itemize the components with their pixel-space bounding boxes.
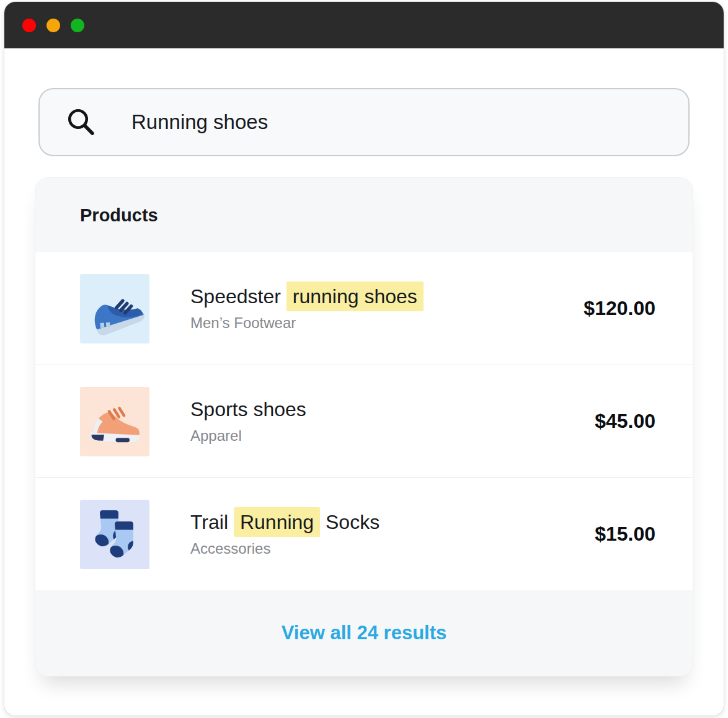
- product-title: Speedster running shoes: [190, 285, 424, 308]
- search-results-dropdown: Products Speedster running shoesMen’s Fo…: [35, 178, 693, 676]
- product-title: Trail Running Socks: [190, 511, 380, 534]
- product-row[interactable]: Sports shoesApparel$45.00: [35, 365, 693, 477]
- product-category: Apparel: [190, 427, 306, 445]
- browser-window: Products Speedster running shoesMen’s Fo…: [4, 2, 724, 716]
- product-thumbnail: [80, 387, 149, 456]
- running-shoe-icon: [85, 279, 144, 339]
- search-input[interactable]: [131, 89, 688, 155]
- search-term-highlight: Running: [234, 507, 320, 537]
- zoom-window-button[interactable]: [71, 19, 84, 32]
- search-term-highlight: running shoes: [286, 281, 424, 311]
- search-icon: [66, 107, 97, 138]
- minimize-window-button[interactable]: [47, 19, 60, 32]
- close-window-button[interactable]: [22, 19, 36, 32]
- screenshot-stage: Products Speedster running shoesMen’s Fo…: [0, 0, 728, 718]
- product-row[interactable]: Speedster running shoesMen’s Footwear$12…: [35, 252, 693, 365]
- products-section-title: Products: [80, 205, 158, 226]
- title-text: Socks: [320, 511, 380, 533]
- product-price: $120.00: [584, 297, 655, 320]
- view-all-results-link[interactable]: View all 24 results: [282, 622, 447, 644]
- product-row[interactable]: Trail Running SocksAccessories$15.00: [35, 477, 693, 590]
- product-price: $45.00: [595, 410, 655, 433]
- search-bar[interactable]: [38, 88, 690, 156]
- product-thumbnail: [80, 274, 149, 343]
- products-section-header: Products: [35, 178, 693, 252]
- title-text: Trail: [190, 511, 234, 533]
- sports-shoe-icon: [85, 392, 144, 451]
- title-text: Sports shoes: [190, 398, 306, 420]
- socks-icon: [85, 505, 144, 564]
- product-price: $15.00: [595, 523, 655, 546]
- product-thumbnail: [80, 500, 149, 569]
- product-category: Men’s Footwear: [190, 314, 424, 332]
- results-footer: View all 24 results: [35, 590, 693, 676]
- window-titlebar: [4, 2, 724, 48]
- product-list: Speedster running shoesMen’s Footwear$12…: [35, 252, 693, 590]
- product-category: Accessories: [190, 540, 380, 557]
- product-title: Sports shoes: [190, 398, 306, 421]
- title-text: Speedster: [190, 285, 286, 308]
